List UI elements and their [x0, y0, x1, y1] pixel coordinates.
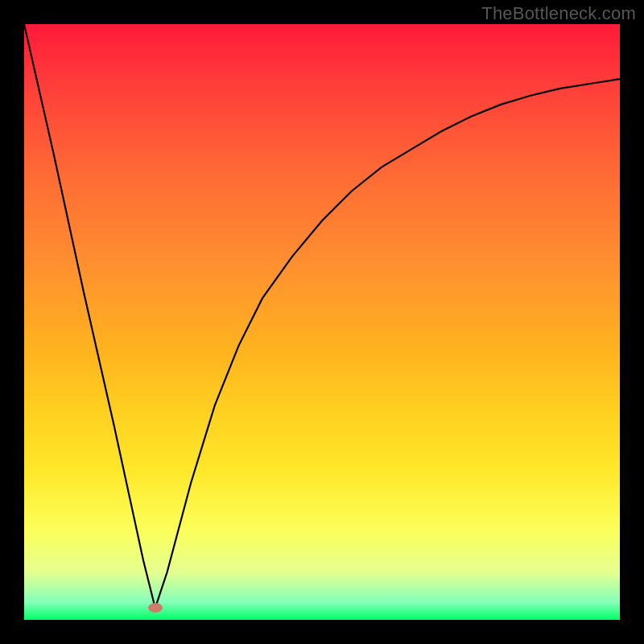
watermark-text: TheBottleneck.com: [481, 3, 636, 24]
chart-frame: TheBottleneck.com: [0, 0, 644, 644]
plot-area: [24, 24, 620, 620]
curve-line: [24, 24, 620, 608]
optimal-point-marker: [148, 603, 163, 613]
bottleneck-curve: [24, 24, 620, 620]
